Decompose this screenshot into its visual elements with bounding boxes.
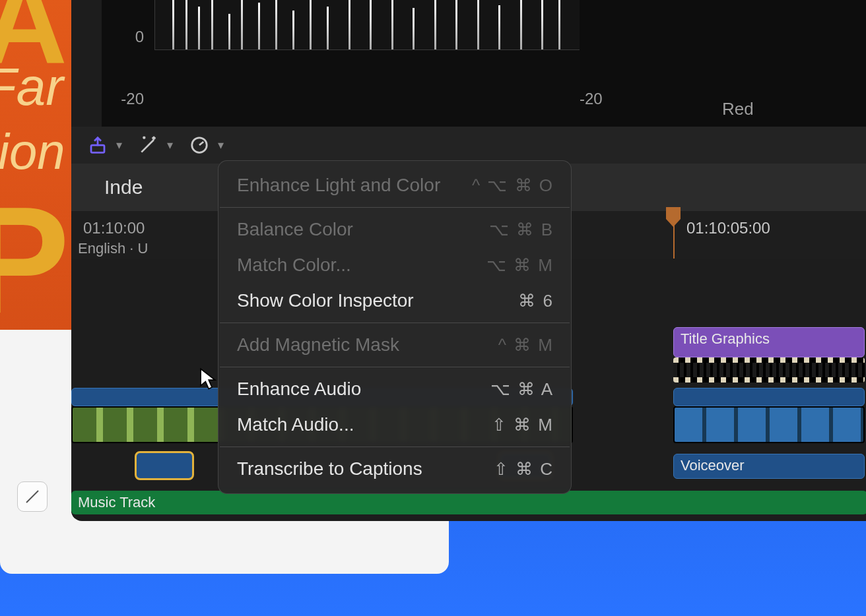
retime-dropdown-chevron-icon[interactable]: ▾ [218,138,224,152]
audio-scale-20: -20 [121,90,144,108]
menu-separator [220,367,570,367]
poster-text-2: tion [0,123,65,180]
menu-item-match-color: Match Color...⌥ ⌘ M [218,247,571,283]
poster-text-1: Far [0,57,63,117]
menu-item-transcribe-to-captions[interactable]: Transcribe to Captions⇧ ⌘ C [218,451,571,487]
menu-separator [220,207,570,208]
menu-item-match-audio[interactable]: Match Audio...⇧ ⌘ M [218,407,571,443]
timecode-playhead: 01:10:05:00 [686,219,770,237]
poster-sidebar: A Far tion P [0,0,81,330]
menu-item-shortcut: ^ ⌘ M [498,335,554,355]
menu-item-add-magnetic-mask: Add Magnetic Mask^ ⌘ M [218,327,571,363]
menu-item-show-color-inspector[interactable]: Show Color Inspector⌘ 6 [218,283,571,319]
menu-item-balance-color: Balance Color⌥ ⌘ B [218,212,571,247]
scope-channel-label: Red [722,99,754,119]
clip-label: Music Track [78,494,155,510]
poster-tail-letter: P [0,173,52,330]
share-button[interactable] [83,132,112,158]
share-dropdown-chevron-icon[interactable]: ▾ [116,138,122,152]
menu-item-shortcut: ⌥ ⌘ A [490,379,554,400]
language-indicator: English · U [78,240,148,257]
clip-label: Title Graphics [681,330,770,347]
svg-rect-0 [91,145,104,152]
menu-item-label: Enhance Light and Color [237,175,440,196]
clip-music-track[interactable]: Music Track [71,491,866,514]
index-button[interactable]: Inde [104,176,143,199]
audio-scale: 0 -20 [102,0,154,127]
menu-item-label: Balance Color [237,219,353,240]
clip-title-graphics[interactable]: Title Graphics [673,327,865,357]
menu-item-label: Match Color... [237,255,351,276]
final-cut-pro-window: 0 -20 [71,0,866,521]
menu-item-shortcut: ⇧ ⌘ M [492,415,554,435]
retime-gauge-button[interactable] [185,132,214,158]
enhance-context-menu: Enhance Light and Color^ ⌥ ⌘ OBalance Co… [218,160,572,494]
menu-item-label: Match Audio... [237,414,354,435]
menu-item-shortcut: ⌥ ⌘ M [486,255,554,276]
menu-item-label: Transcribe to Captions [237,458,422,479]
clip-label: Voiceover [681,457,745,474]
menu-item-shortcut: ⇧ ⌘ C [494,459,554,479]
audio-scale-0: 0 [135,28,144,46]
clip-title-graphics-filmstrip[interactable] [673,357,865,383]
pencil-app-icon[interactable] [17,481,48,512]
color-scope-pane: -20 Red [580,0,866,127]
menu-item-label: Enhance Audio [237,379,361,400]
clip-hero-shot-header[interactable] [673,388,865,406]
menu-item-shortcut: ^ ⌥ ⌘ O [472,175,554,196]
timeline-toolbar: ▾ ▾ ▾ [71,127,866,164]
clip-hero-shot-thumbs[interactable] [673,406,865,443]
menu-item-enhance-light-and-color: Enhance Light and Color^ ⌥ ⌘ O [218,168,571,203]
magic-wand-button[interactable] [134,132,163,158]
menu-separator [220,323,570,323]
scope-scale-20: -20 [580,90,603,108]
menu-item-enhance-audio[interactable]: Enhance Audio⌥ ⌘ A [218,371,571,407]
menu-item-label: Show Color Inspector [237,290,414,311]
audio-meter-pane: 0 -20 [102,0,616,127]
menu-separator [220,447,570,447]
menu-item-shortcut: ⌘ 6 [518,291,554,311]
menu-item-label: Add Magnetic Mask [237,334,399,355]
clip-audio-selected-1[interactable] [136,452,193,479]
audio-waveform-box[interactable] [154,0,585,50]
wand-dropdown-chevron-icon[interactable]: ▾ [167,138,173,152]
timecode-left: 01:10:00 [83,219,145,237]
clip-voiceover[interactable]: Voiceover [673,454,865,479]
menu-item-shortcut: ⌥ ⌘ B [489,220,554,240]
